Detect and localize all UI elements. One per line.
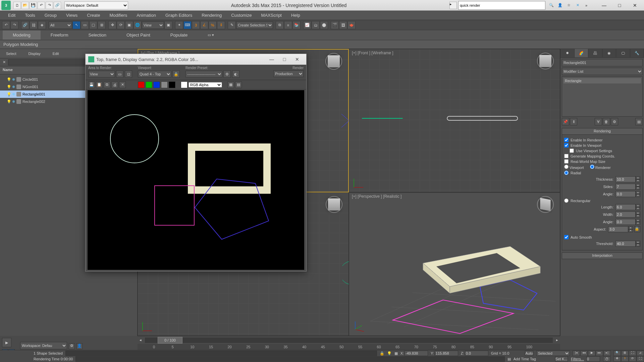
title-arrow-icon[interactable]: ▸ [449,2,457,9]
channel-dropdown[interactable]: RGB Alpha [189,82,222,87]
freeze-icon[interactable]: ❄ [12,85,15,89]
spinner-down-icon[interactable]: ▼ [636,194,640,197]
stack-item[interactable]: Rectangle [564,78,641,83]
clear-icon[interactable]: ✕ [119,81,126,88]
viewport-label[interactable]: [+] [Perspective ] [Realistic ] [352,194,401,199]
prompt-top[interactable] [65,351,377,356]
selection-filter-dropdown[interactable]: All [49,21,72,29]
isolate-icon[interactable]: 💡 [387,351,392,356]
script-listener-icon[interactable]: ▤ [507,357,511,361]
spinner-up-icon[interactable]: ▲ [636,212,640,215]
time-config-icon[interactable]: ⏱ [603,356,610,362]
ribbon-tab-freeform[interactable]: Freeform [41,31,78,40]
modifier-list-dropdown[interactable]: Modifier List [562,68,643,75]
add-time-tag[interactable]: Add Time Tag [514,357,536,361]
gen-mapping-checkbox[interactable] [564,154,569,158]
realworld-checkbox[interactable] [564,159,569,164]
area-auto-icon[interactable]: ⊡ [125,70,132,78]
menu-create[interactable]: Create [82,11,105,20]
freeze-icon[interactable]: ❄ [12,77,15,82]
angle2-input[interactable] [615,219,636,225]
search-icon[interactable]: 🔍 [547,1,555,9]
toggle-ui-icon[interactable]: ▤ [235,81,242,88]
ribbon-expand-icon[interactable]: ▭ ▾ [208,33,214,37]
menu-tools[interactable]: Tools [20,11,40,20]
tab-motion-icon[interactable]: ◉ [602,49,616,57]
viewport-perspective[interactable]: [+] [Perspective ] [Realistic ] [349,192,560,336]
angle-input[interactable] [615,191,636,197]
undo-icon[interactable]: ↶ [2,21,10,29]
material-editor-icon[interactable]: ⬤ [320,21,328,29]
spinner-snap-icon[interactable]: ⇕ [217,21,225,29]
viewcube[interactable] [325,53,342,70]
workspace-bottom-dropdown[interactable]: Workspace: Defau [20,342,67,349]
render-window-titlebar[interactable]: Top, frame 0, Display Gamma: 2.2, RGBA C… [86,54,306,65]
ws-user-icon[interactable]: 👤 [76,343,83,349]
save-image-icon[interactable]: 💾 [88,81,95,88]
key-filters-link[interactable]: Filters... [571,357,584,361]
bind-icon[interactable]: ◈ [38,21,46,29]
environment-icon[interactable]: ◐ [232,70,239,78]
time-track[interactable]: 0 / 100 [145,338,553,343]
spinner-up-icon[interactable]: ▲ [636,176,640,179]
spinner-up-icon[interactable]: ▲ [636,191,640,194]
spinner-down-icon[interactable]: ▼ [636,244,640,247]
render-minimize-button[interactable]: — [265,57,278,62]
menu-graph-editors[interactable]: Graph Editors [161,11,197,20]
rollout-rendering-header[interactable]: Rendering [562,128,643,135]
radial-radio[interactable] [564,171,569,175]
communication-icon[interactable]: 👤 [556,1,564,9]
toggle-overlay-icon[interactable]: ▦ [227,81,234,88]
spinner-down-icon[interactable]: ▼ [636,187,640,190]
menu-maxscript[interactable]: MAXScript [257,11,286,20]
scale-icon[interactable]: ▣ [125,21,133,29]
time-handle[interactable]: 0 / 100 [158,337,182,344]
render-setup-icon[interactable]: 🎬 [331,21,339,29]
redo-icon[interactable]: ↷ [10,21,18,29]
help-search-input[interactable] [458,1,545,10]
named-selection-dropdown[interactable]: Create Selection S [236,21,273,29]
ws-gear-icon[interactable]: ⚙ [69,343,75,349]
abs-rel-icon[interactable]: ▦ [394,351,398,356]
next-frame-icon[interactable]: ▸▸ [596,351,603,356]
render-mode-dropdown[interactable]: Production [273,70,304,77]
render-maximize-button[interactable]: □ [278,57,291,62]
render-icon[interactable]: 🫖 [347,21,356,29]
green-channel-icon[interactable] [146,81,152,88]
tab-utilities-icon[interactable]: 🔧 [630,49,644,57]
spinner-down-icon[interactable]: ▼ [636,222,640,225]
more-icon[interactable]: » [582,1,590,9]
goto-end-icon[interactable]: ▸| [603,351,611,356]
ref-coord-dropdown[interactable]: View [142,21,164,29]
length-input[interactable] [615,204,636,210]
area-render-dropdown[interactable]: View [88,71,115,77]
tab-hierarchy-icon[interactable]: 品 [588,49,602,57]
spinner-down-icon[interactable]: ▼ [636,215,640,218]
goto-start-icon[interactable]: |◂ [573,351,580,356]
auto-key-button[interactable]: Auto [525,351,533,356]
remove-mod-icon[interactable]: 🗑 [603,118,610,125]
tab-modify-icon[interactable]: 🌈 [575,49,589,57]
spinner-down-icon[interactable]: ▼ [636,179,640,182]
walk-icon[interactable]: 🚶 [621,356,629,362]
menu-edit[interactable]: Edit [3,11,20,20]
menu-modifiers[interactable]: Modifiers [105,11,132,20]
use-center-icon[interactable]: ▣ [164,21,172,29]
orbit-icon[interactable]: ⟳ [629,356,636,362]
scene-tab-edit[interactable]: Edit [47,49,65,58]
tab-create-icon[interactable]: ✸ [560,49,575,57]
menu-customize[interactable]: Customize [226,11,256,20]
minimize-button[interactable]: — [596,1,612,10]
y-coord-input[interactable] [435,351,458,356]
viewport-front[interactable]: [+] [Front ] [Wireframe ] [349,49,560,192]
prompt-bot[interactable] [75,356,504,362]
threshold-input[interactable] [615,241,636,247]
viewcube[interactable] [537,53,554,69]
use-viewport-checkbox[interactable] [570,148,574,153]
viewcube[interactable] [326,196,342,213]
edit-named-sel-icon[interactable]: ✎ [228,21,236,29]
print-icon[interactable]: 🖨 [111,81,118,88]
zoom-all-icon[interactable]: ⊞ [621,351,629,356]
configure-icon[interactable]: ⚙ [611,118,618,125]
show-end-icon[interactable]: Ⅱ [570,118,577,125]
